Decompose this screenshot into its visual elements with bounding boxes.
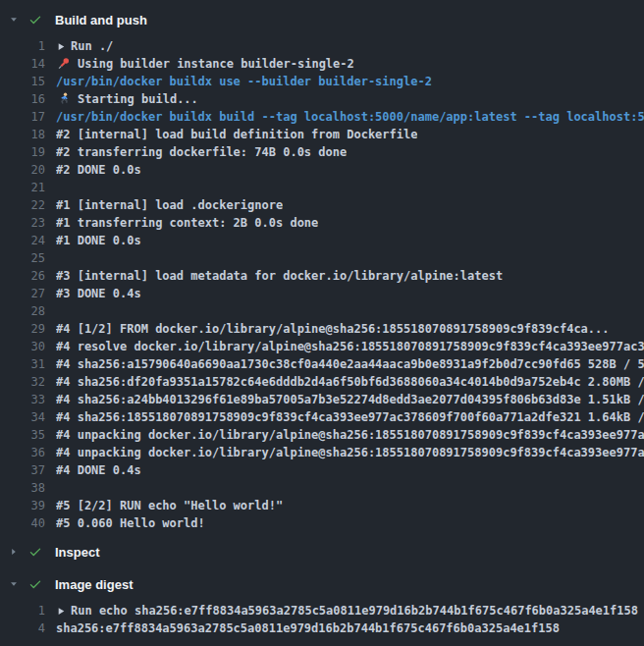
line-number-link[interactable]: 24 [0, 232, 45, 249]
log-lines-build-and-push: 1Run ./14Using builder instance builder-… [0, 37, 644, 532]
log-line: 18#2 [internal] load build definition fr… [0, 126, 644, 143]
log-text: #5 0.060 Hello world! [56, 514, 205, 532]
section-header-inspect[interactable]: Inspect [0, 542, 644, 562]
section-header-image-digest[interactable]: Image digest [0, 574, 644, 594]
section-title: Image digest [55, 577, 133, 592]
check-icon [27, 577, 43, 591]
log-line-content: #4 sha256:a15790640a6690aa1730c38cf0a440… [56, 355, 644, 373]
line-number-link[interactable]: 34 [0, 408, 45, 426]
log-line: 22#1 [internal] load .dockerignore [0, 196, 644, 214]
log-line: 36#4 unpacking docker.io/library/alpine@… [0, 444, 644, 461]
log-line: 1Run ./ [0, 37, 644, 55]
log-line: 28 [0, 302, 644, 320]
chevron-down-icon[interactable] [8, 14, 20, 26]
line-number-link[interactable]: 32 [0, 373, 45, 391]
log-line: 35#4 unpacking docker.io/library/alpine@… [0, 426, 644, 444]
log-line-content: Run ./ [56, 37, 113, 55]
chevron-down-icon[interactable] [8, 578, 20, 590]
line-number-link[interactable]: 27 [0, 285, 45, 302]
line-number-link[interactable]: 22 [0, 196, 45, 214]
log-line: 30#4 resolve docker.io/library/alpine@sh… [0, 338, 644, 355]
log-line: 27#3 DONE 0.4s [0, 285, 644, 302]
line-number-link[interactable]: 40 [0, 514, 45, 532]
log-line-content: #1 DONE 0.0s [56, 232, 141, 249]
log-line: 17/usr/bin/docker buildx build --tag loc… [0, 108, 644, 126]
log-text: #4 sha256:a15790640a6690aa1730c38cf0a440… [56, 355, 644, 373]
play-icon[interactable] [56, 603, 66, 619]
line-number-link[interactable]: 20 [0, 161, 45, 179]
line-number-link[interactable]: 14 [0, 55, 45, 73]
line-number-link[interactable]: 15 [0, 73, 45, 90]
log-line: 4sha256:e7ff8834a5963a2785c5a0811e979d16… [0, 619, 644, 637]
line-number-link[interactable]: 26 [0, 267, 45, 285]
log-line-content: /usr/bin/docker buildx use --builder bui… [56, 73, 432, 90]
chevron-right-icon[interactable] [8, 546, 20, 558]
log-line: 39#5 [2/2] RUN echo "Hello world!" [0, 497, 644, 514]
log-line: 15/usr/bin/docker buildx use --builder b… [0, 73, 644, 90]
line-number-link[interactable]: 23 [0, 214, 45, 232]
log-text: #4 [1/2] FROM docker.io/library/alpine@s… [56, 320, 610, 338]
log-line: 31#4 sha256:a15790640a6690aa1730c38cf0a4… [0, 355, 644, 373]
log-line: 26#3 [internal] load metadata for docker… [0, 267, 644, 285]
log-line: 38 [0, 479, 644, 497]
line-number-link[interactable]: 36 [0, 444, 45, 461]
log-text: Run ./ [71, 37, 113, 55]
section-title: Inspect [55, 545, 100, 560]
log-line: 16Starting build... [0, 90, 644, 108]
log-line: 32#4 sha256:df20fa9351a15782c64e6dddb2d4… [0, 373, 644, 391]
log-line: 25 [0, 249, 644, 267]
line-number-link[interactable]: 33 [0, 391, 45, 408]
log-text: #4 sha256:185518070891758909c9f839cf4ca3… [56, 408, 644, 426]
section-title: Build and push [55, 13, 147, 27]
line-number-link[interactable]: 19 [0, 143, 45, 161]
log-line: 14Using builder instance builder-single-… [0, 55, 644, 73]
log-line-content: #4 DONE 0.4s [56, 461, 141, 479]
log-line: 23#1 transferring context: 2B 0.0s done [0, 214, 644, 232]
log-line-content: #4 unpacking docker.io/library/alpine@sh… [56, 444, 644, 461]
line-number-link[interactable]: 39 [0, 497, 45, 514]
line-number-link[interactable]: 38 [0, 479, 45, 497]
log-line: 21 [0, 179, 644, 196]
log-line-content: Starting build... [56, 90, 198, 108]
line-number-link[interactable]: 37 [0, 461, 45, 479]
log-text: sha256:e7ff8834a5963a2785c5a0811e979d16b… [56, 619, 560, 637]
log-line-content: #4 sha256:185518070891758909c9f839cf4ca3… [56, 408, 644, 426]
log-text: /usr/bin/docker buildx build --tag local… [56, 108, 644, 126]
log-line-content: #3 [internal] load metadata for docker.i… [56, 267, 503, 285]
line-number-link[interactable]: 29 [0, 320, 45, 338]
log-line-content: #5 [2/2] RUN echo "Hello world!" [56, 497, 283, 514]
line-number-link[interactable]: 18 [0, 126, 45, 143]
log-text: #4 resolve docker.io/library/alpine@sha2… [56, 338, 644, 355]
section-header-build-and-push[interactable]: Build and push [0, 10, 644, 29]
log-line: 37#4 DONE 0.4s [0, 461, 644, 479]
log-text: #1 DONE 0.0s [56, 232, 141, 249]
line-number-link[interactable]: 35 [0, 426, 45, 444]
line-number-link[interactable]: 30 [0, 338, 45, 355]
log-line-content: sha256:e7ff8834a5963a2785c5a0811e979d16b… [56, 619, 560, 637]
line-number-link[interactable]: 17 [0, 108, 45, 126]
log-lines-image-digest: 1Run echo sha256:e7ff8834a5963a2785c5a08… [0, 602, 644, 637]
runner-icon [56, 91, 72, 107]
log-text: /usr/bin/docker buildx use --builder bui… [56, 73, 432, 90]
line-number-link[interactable]: 1 [0, 37, 45, 55]
log-line-content: #4 [1/2] FROM docker.io/library/alpine@s… [56, 320, 610, 338]
line-number-link[interactable]: 16 [0, 90, 45, 108]
line-number-link[interactable]: 25 [0, 249, 45, 267]
log-line-content: #3 DONE 0.4s [56, 285, 141, 302]
log-text: #3 DONE 0.4s [56, 285, 141, 302]
line-number-link[interactable]: 28 [0, 302, 45, 320]
log-line-content: #4 unpacking docker.io/library/alpine@sh… [56, 426, 644, 444]
log-line-content: #4 sha256:a24bb4013296f61e89ba57005a7b3e… [56, 391, 644, 408]
play-icon[interactable] [56, 38, 66, 54]
line-number-link[interactable]: 4 [0, 619, 45, 637]
log-text: #1 [internal] load .dockerignore [56, 196, 283, 214]
log-text: Using builder instance builder-single-2 [78, 55, 354, 73]
log-line-content: #2 transferring dockerfile: 74B 0.0s don… [56, 143, 347, 161]
log-text: #2 [internal] load build definition from… [56, 126, 417, 143]
log-line-content: Using builder instance builder-single-2 [56, 55, 354, 73]
line-number-link[interactable]: 21 [0, 179, 45, 196]
log-text: #4 unpacking docker.io/library/alpine@sh… [56, 426, 644, 444]
line-number-link[interactable]: 1 [0, 602, 45, 619]
line-number-link[interactable]: 31 [0, 355, 45, 373]
log-text: #4 sha256:a24bb4013296f61e89ba57005a7b3e… [56, 391, 644, 408]
